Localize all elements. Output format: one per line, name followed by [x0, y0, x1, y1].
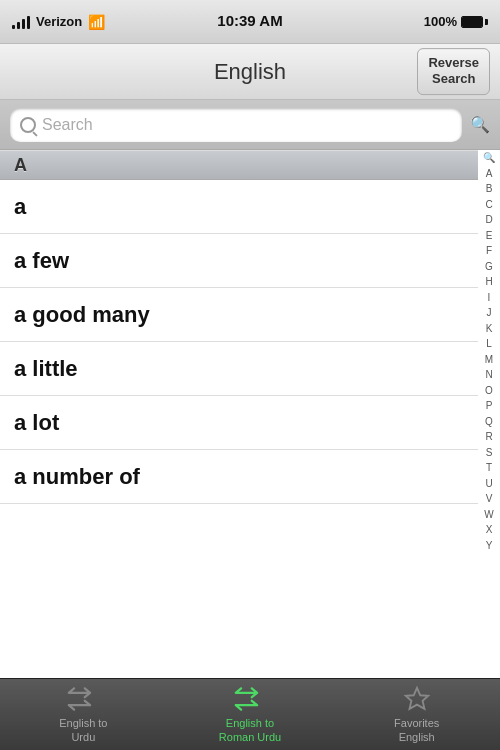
nav-title: English — [214, 59, 286, 85]
alpha-y[interactable]: Y — [479, 538, 499, 554]
search-input-container[interactable]: Search — [10, 108, 462, 142]
alpha-n[interactable]: N — [479, 367, 499, 383]
alpha-i[interactable]: I — [479, 290, 499, 306]
search-icon — [20, 117, 36, 133]
list-item-text: a lot — [14, 410, 59, 436]
alpha-r[interactable]: R — [479, 429, 499, 445]
status-bar: Verizon 📶 10:39 AM 100% — [0, 0, 500, 44]
tab-label-english-urdu: English toUrdu — [59, 717, 107, 743]
list-item[interactable]: a good many — [0, 288, 478, 342]
list-item-text: a — [14, 194, 26, 220]
star-icon — [403, 685, 431, 713]
alpha-l[interactable]: L — [479, 336, 499, 352]
alpha-h[interactable]: H — [479, 274, 499, 290]
alpha-f[interactable]: F — [479, 243, 499, 259]
alpha-v[interactable]: V — [479, 491, 499, 507]
alpha-s[interactable]: S — [479, 445, 499, 461]
tab-label-favorites: FavoritesEnglish — [394, 717, 439, 743]
alpha-k[interactable]: K — [479, 321, 499, 337]
alpha-a[interactable]: A — [479, 166, 499, 182]
carrier-label: Verizon — [36, 14, 82, 29]
alpha-q-top[interactable]: 🔍 — [479, 150, 499, 166]
reverse-search-button[interactable]: ReverseSearch — [417, 48, 490, 96]
list-item[interactable]: a lot — [0, 396, 478, 450]
word-list: A a a few a good many a little a lot a n… — [0, 150, 478, 504]
alpha-b[interactable]: B — [479, 181, 499, 197]
alpha-w[interactable]: W — [479, 507, 499, 523]
list-item-text: a few — [14, 248, 69, 274]
alpha-x[interactable]: X — [479, 522, 499, 538]
list-item-text: a good many — [14, 302, 150, 328]
alpha-d[interactable]: D — [479, 212, 499, 228]
tab-label-roman-urdu: English toRoman Urdu — [219, 717, 281, 743]
alpha-g[interactable]: G — [479, 259, 499, 275]
section-header-letter: A — [14, 155, 27, 176]
list-item-text: a little — [14, 356, 78, 382]
search-right-icon[interactable]: 🔍 — [470, 115, 490, 135]
tab-english-to-urdu[interactable]: English toUrdu — [0, 685, 167, 743]
battery-label: 100% — [424, 14, 457, 29]
signal-icon — [12, 15, 30, 29]
alpha-u[interactable]: U — [479, 476, 499, 492]
alpha-t[interactable]: T — [479, 460, 499, 476]
list-item[interactable]: a few — [0, 234, 478, 288]
alpha-c[interactable]: C — [479, 197, 499, 213]
shuffle-active-icon — [234, 685, 266, 713]
list-item-text: a number of — [14, 464, 140, 490]
alpha-q[interactable]: Q — [479, 414, 499, 430]
alpha-j[interactable]: J — [479, 305, 499, 321]
alpha-p[interactable]: P — [479, 398, 499, 414]
search-placeholder: Search — [42, 116, 93, 134]
status-time: 10:39 AM — [217, 12, 282, 29]
list-item[interactable]: a — [0, 180, 478, 234]
tab-bar: English toUrdu English toRoman Urdu Favo… — [0, 678, 500, 750]
search-bar: Search 🔍 — [0, 100, 500, 150]
tab-english-to-roman-urdu[interactable]: English toRoman Urdu — [167, 685, 334, 743]
status-right: 100% — [424, 14, 488, 29]
alpha-sidebar: 🔍 A B C D E F G H I J K L M N O P Q R S … — [478, 150, 500, 553]
alpha-m[interactable]: M — [479, 352, 499, 368]
svg-marker-0 — [405, 688, 427, 709]
section-header-a: A — [0, 150, 478, 180]
list-item[interactable]: a little — [0, 342, 478, 396]
alpha-o[interactable]: O — [479, 383, 499, 399]
alpha-e[interactable]: E — [479, 228, 499, 244]
list-item[interactable]: a number of — [0, 450, 478, 504]
nav-bar: English ReverseSearch — [0, 44, 500, 100]
battery-icon — [461, 16, 488, 28]
tab-favorites-english[interactable]: FavoritesEnglish — [333, 685, 500, 743]
shuffle-icon — [67, 685, 99, 713]
wifi-icon: 📶 — [88, 14, 105, 30]
status-left: Verizon 📶 — [12, 14, 105, 30]
